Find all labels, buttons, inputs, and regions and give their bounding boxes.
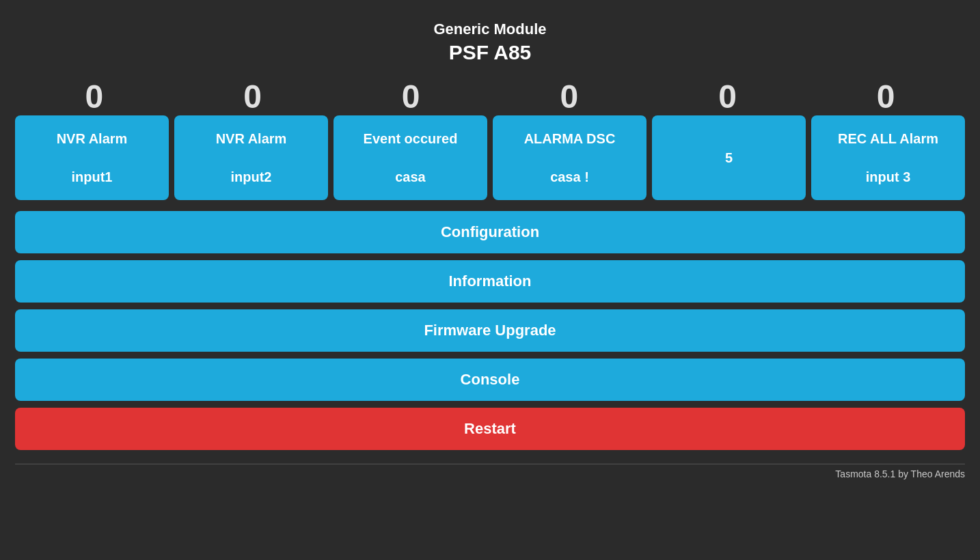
alarm-btn-5[interactable]: 5 <box>652 115 806 200</box>
alarm-btn-6[interactable]: REC ALL Alarminput 3 <box>811 115 965 200</box>
counter-4: 0 <box>490 78 649 115</box>
configuration-button[interactable]: Configuration <box>15 211 965 253</box>
console-button[interactable]: Console <box>15 359 965 401</box>
footer-text: Tasmota 8.5.1 by Theo Arends <box>15 468 965 486</box>
counter-6: 0 <box>806 78 965 115</box>
alarm-btn-2[interactable]: NVR Alarminput2 <box>174 115 328 200</box>
page-wrapper: Generic Module PSF A85 0 0 0 0 0 0 NVR A… <box>0 0 980 486</box>
restart-button[interactable]: Restart <box>15 408 965 450</box>
alarm-btn-3[interactable]: Event occuredcasa <box>334 115 487 200</box>
counter-5: 0 <box>649 78 807 115</box>
firmware-upgrade-button[interactable]: Firmware Upgrade <box>15 309 965 352</box>
footer-divider <box>15 464 965 464</box>
counter-1: 0 <box>15 78 174 115</box>
counter-2: 0 <box>174 78 332 115</box>
counter-3: 0 <box>331 78 490 115</box>
bottom-buttons: Configuration Information Firmware Upgra… <box>15 211 965 401</box>
alarm-btn-1[interactable]: NVR Alarminput1 <box>15 115 169 200</box>
module-title: Generic Module <box>433 20 546 38</box>
alarm-btn-4[interactable]: ALARMA DSCcasa ! <box>493 115 646 200</box>
device-name: PSF A85 <box>449 41 532 64</box>
counters-row: 0 0 0 0 0 0 <box>15 78 965 115</box>
alarm-buttons-row: NVR Alarminput1 NVR Alarminput2 Event oc… <box>15 115 965 200</box>
information-button[interactable]: Information <box>15 260 965 303</box>
